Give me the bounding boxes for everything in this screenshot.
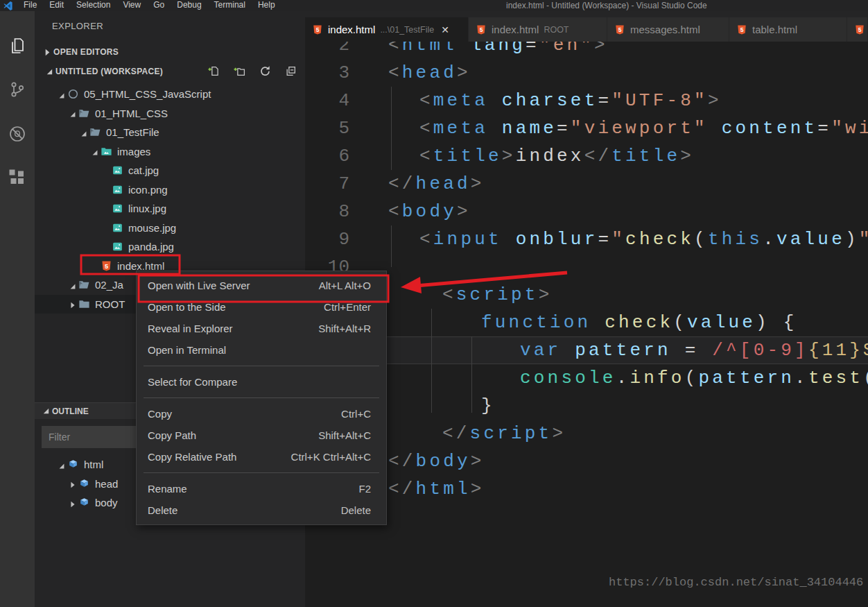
cube-icon bbox=[78, 497, 90, 508]
section-open-editors[interactable]: OPEN EDITORS bbox=[35, 43, 305, 61]
chevron-right-icon bbox=[69, 300, 78, 308]
menu-item-copy-relative-path[interactable]: Copy Relative PathCtrl+K Ctrl+Alt+C bbox=[137, 446, 386, 468]
tree-item-images[interactable]: images bbox=[35, 142, 305, 162]
image-icon bbox=[112, 164, 123, 176]
vscode-logo-icon bbox=[3, 1, 13, 11]
menu-help[interactable]: Help bbox=[252, 0, 281, 11]
menu-separator bbox=[144, 366, 379, 366]
cube-icon bbox=[78, 478, 90, 490]
tree-spacer bbox=[102, 205, 112, 213]
tab-table.html[interactable]: 5table.html bbox=[729, 17, 847, 42]
html-icon: 5 bbox=[614, 24, 625, 35]
tree-item-01-html-css[interactable]: 01_HTML_CSS bbox=[35, 104, 305, 123]
code-text: function check(value) { bbox=[481, 309, 797, 336]
menu-selection[interactable]: Selection bbox=[70, 0, 116, 11]
tree-item-mouse-jpg[interactable]: mouse.jpg bbox=[35, 219, 305, 238]
tab-detail: ...\01_TestFile bbox=[380, 25, 434, 35]
code-line: 4<meta charset="UTF-8"> bbox=[305, 87, 868, 114]
code-editor[interactable]: 2<html lang="en">3<head>4<meta charset="… bbox=[305, 42, 868, 607]
source-control-icon[interactable] bbox=[8, 80, 26, 99]
tree-item-label: head bbox=[95, 475, 118, 493]
explorer-icon[interactable] bbox=[8, 37, 26, 55]
tab-partial[interactable]: 5 bbox=[847, 17, 868, 42]
code-line: 15} bbox=[305, 392, 868, 420]
cube-icon bbox=[67, 459, 79, 470]
tree-item-label: 02_Ja bbox=[95, 275, 123, 294]
menu-separator bbox=[144, 397, 379, 398]
menu-item-delete[interactable]: DeleteDelete bbox=[137, 499, 386, 521]
chevron-down-icon bbox=[58, 90, 67, 99]
menu-terminal[interactable]: Terminal bbox=[208, 0, 252, 11]
line-number: 7 bbox=[305, 170, 349, 198]
menu-item-shortcut: Ctrl+Enter bbox=[324, 301, 371, 313]
tab-index.html[interactable]: 5index.htmlROOT bbox=[469, 17, 607, 42]
tree-item-label: 01_TestFile bbox=[106, 123, 159, 142]
code-text: <html lang="en"> bbox=[388, 42, 608, 59]
editor-tabs: 5index.html...\01_TestFile✕5index.htmlRO… bbox=[305, 17, 868, 42]
close-icon[interactable]: ✕ bbox=[441, 24, 449, 35]
svg-text:5: 5 bbox=[858, 26, 862, 33]
menu-item-label: Rename bbox=[148, 483, 358, 495]
section-workspace[interactable]: UNTITLED (WORKSPACE) bbox=[35, 61, 305, 82]
collapse-all-icon[interactable] bbox=[285, 65, 297, 77]
html-icon: 5 bbox=[476, 24, 487, 35]
chevron-right-icon bbox=[43, 48, 52, 57]
folder-images-icon bbox=[101, 146, 112, 157]
tree-item-label: images bbox=[117, 142, 150, 161]
menu-go[interactable]: Go bbox=[147, 0, 171, 11]
code-line: 18</html> bbox=[305, 475, 868, 503]
tree-spacer bbox=[102, 166, 112, 175]
tab-label: index.html bbox=[328, 24, 375, 35]
code-line: 8<body> bbox=[305, 198, 868, 225]
menu-item-label: Delete bbox=[148, 504, 341, 516]
tree-item-icon-png[interactable]: icon.png bbox=[35, 180, 305, 200]
menu-item-copy[interactable]: CopyCtrl+C bbox=[137, 403, 386, 425]
tree-item-cat-jpg[interactable]: cat.jpg bbox=[35, 161, 305, 180]
image-icon bbox=[112, 222, 123, 234]
folder-closed-icon bbox=[78, 298, 90, 310]
menu-item-select-for-compare[interactable]: Select for Compare bbox=[137, 371, 386, 393]
menu-item-open-with-live-server[interactable]: Open with Live ServerAlt+L Alt+O bbox=[137, 275, 386, 296]
menu-item-rename[interactable]: RenameF2 bbox=[137, 478, 386, 499]
menu-item-open-in-terminal[interactable]: Open in Terminal bbox=[137, 339, 386, 361]
menu-item-open-to-the-side[interactable]: Open to the SideCtrl+Enter bbox=[137, 296, 386, 318]
code-text: </head> bbox=[388, 170, 485, 198]
line-number: 5 bbox=[305, 114, 349, 142]
line-number: 6 bbox=[305, 142, 349, 170]
code-line: 17</body> bbox=[305, 447, 868, 475]
tree-item-01-testfile[interactable]: 01_TestFile bbox=[35, 123, 305, 142]
menu-item-reveal-in-explorer[interactable]: Reveal in ExplorerShift+Alt+R bbox=[137, 318, 386, 339]
tree-item-label: icon.png bbox=[128, 180, 168, 199]
menu-view[interactable]: View bbox=[116, 0, 147, 11]
code-line: 14console.info(pattern.test( bbox=[305, 364, 868, 392]
menu-file[interactable]: File bbox=[17, 0, 43, 11]
menu-debug[interactable]: Debug bbox=[171, 0, 207, 11]
tree-item-label: 01_HTML_CSS bbox=[95, 104, 168, 123]
chevron-down-icon bbox=[42, 407, 51, 416]
new-folder-icon[interactable] bbox=[234, 65, 245, 77]
code-line: 5<meta name="viewport" content="wid bbox=[305, 114, 868, 142]
tree-item-label: html bbox=[84, 455, 103, 474]
tab-index.html[interactable]: 5index.html...\01_TestFile✕ bbox=[305, 17, 469, 42]
tab-label: index.html bbox=[492, 24, 539, 35]
debug-icon[interactable] bbox=[8, 125, 26, 143]
chevron-down-icon bbox=[80, 128, 89, 137]
tree-item-05-html-css-javascript[interactable]: 05_HTML_CSS_JavaScript bbox=[35, 85, 305, 104]
folder-open-icon bbox=[78, 108, 90, 119]
tree-item-panda-jpg[interactable]: panda.jpg bbox=[35, 237, 305, 257]
svg-text:5: 5 bbox=[316, 26, 320, 33]
menu-bar: FileEditSelectionViewGoDebugTerminalHelp bbox=[17, 0, 281, 11]
menu-item-shortcut: F2 bbox=[358, 483, 371, 495]
code-text: <body> bbox=[388, 198, 471, 225]
tree-item-linux-jpg[interactable]: linux.jpg bbox=[35, 199, 305, 219]
menu-item-label: Copy bbox=[148, 408, 341, 420]
refresh-icon[interactable] bbox=[259, 65, 271, 77]
tab-messages.html[interactable]: 5messages.html bbox=[607, 17, 729, 42]
menu-item-copy-path[interactable]: Copy PathShift+Alt+C bbox=[137, 425, 386, 446]
svg-text:5: 5 bbox=[740, 26, 744, 33]
code-text: console.info(pattern.test( bbox=[520, 364, 868, 392]
extensions-icon[interactable] bbox=[8, 169, 26, 187]
menu-edit[interactable]: Edit bbox=[43, 0, 70, 11]
new-file-icon[interactable] bbox=[208, 65, 220, 77]
chevron-right-icon bbox=[69, 499, 78, 507]
